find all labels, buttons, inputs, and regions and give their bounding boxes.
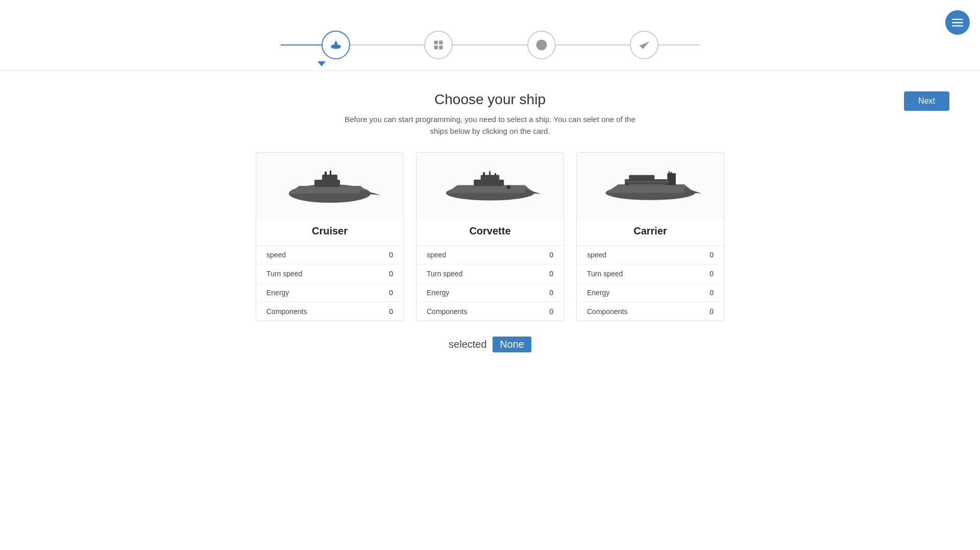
svg-rect-10 — [439, 46, 443, 50]
corvette-turn-label: Turn speed — [427, 270, 462, 278]
carrier-image — [599, 169, 701, 203]
selection-container: selected None — [31, 337, 949, 352]
cruiser-speed-label: speed — [266, 251, 286, 259]
svg-rect-8 — [439, 41, 443, 44]
corvette-stats: speed 0 Turn speed 0 Energy 0 Components… — [416, 245, 564, 321]
cruiser-energy-label: Energy — [266, 289, 289, 297]
svg-marker-30 — [606, 184, 695, 193]
cruiser-energy-row: Energy 0 — [256, 283, 403, 302]
svg-rect-1 — [952, 22, 963, 23]
main-content: Next Choose your ship Before you can sta… — [0, 71, 980, 373]
connector-3 — [556, 44, 630, 45]
check-step-icon — [638, 38, 651, 52]
step-check[interactable] — [630, 31, 658, 59]
cruiser-components-value: 0 — [389, 307, 393, 316]
corvette-name: Corvette — [416, 219, 564, 245]
ship-image-corvette — [416, 153, 564, 219]
selected-label: selected — [449, 339, 487, 350]
carrier-speed-value: 0 — [709, 251, 714, 259]
connector-0 — [281, 44, 322, 45]
corvette-energy-row: Energy 0 — [416, 283, 564, 302]
svg-rect-34 — [669, 171, 670, 175]
next-button[interactable]: Next — [904, 91, 949, 111]
svg-marker-14 — [289, 186, 371, 194]
cruiser-turn-row: Turn speed 0 — [256, 265, 403, 283]
ships-container: Cruiser speed 0 Turn speed 0 Energy 0 Co… — [184, 152, 796, 321]
cruiser-speed-value: 0 — [389, 251, 393, 259]
carrier-turn-label: Turn speed — [587, 270, 623, 278]
svg-rect-35 — [671, 172, 672, 175]
step-info[interactable]: i — [527, 31, 556, 59]
corvette-image — [439, 168, 541, 205]
components-step-icon — [432, 38, 445, 52]
svg-rect-22 — [474, 179, 504, 186]
carrier-speed-label: speed — [587, 251, 606, 259]
cruiser-image — [279, 165, 381, 206]
svg-rect-9 — [434, 46, 438, 50]
corvette-energy-value: 0 — [549, 289, 553, 297]
carrier-stats: speed 0 Turn speed 0 Energy 0 Components… — [577, 245, 724, 321]
corvette-turn-row: Turn speed 0 — [416, 265, 564, 283]
carrier-energy-label: Energy — [587, 289, 609, 297]
cruiser-stats: speed 0 Turn speed 0 Energy 0 Components… — [256, 245, 403, 321]
ship-step-icon — [329, 38, 342, 52]
ship-image-carrier — [577, 153, 724, 219]
connector-end — [658, 44, 699, 45]
svg-rect-26 — [489, 171, 491, 176]
cruiser-speed-row: speed 0 — [256, 246, 403, 265]
carrier-energy-row: Energy 0 — [577, 283, 724, 302]
svg-rect-27 — [495, 173, 496, 176]
cruiser-name: Cruiser — [256, 219, 403, 245]
cruiser-turn-value: 0 — [389, 270, 393, 278]
corvette-speed-label: speed — [427, 251, 446, 259]
cruiser-components-row: Components 0 — [256, 302, 403, 321]
svg-rect-33 — [667, 173, 676, 185]
svg-rect-15 — [314, 180, 340, 187]
carrier-components-label: Components — [587, 307, 627, 316]
stepper: i — [0, 0, 980, 71]
info-step-icon: i — [535, 38, 548, 52]
svg-point-28 — [507, 185, 510, 188]
carrier-components-value: 0 — [709, 307, 714, 316]
selected-value: None — [493, 337, 531, 352]
svg-rect-25 — [483, 172, 485, 176]
corvette-speed-row: speed 0 — [416, 246, 564, 265]
step-components[interactable] — [424, 31, 453, 59]
svg-rect-32 — [629, 175, 654, 180]
ship-image-cruiser — [256, 153, 403, 219]
carrier-energy-value: 0 — [709, 289, 714, 297]
connector-2 — [453, 44, 527, 45]
svg-rect-18 — [325, 172, 327, 176]
step-arrow — [317, 61, 326, 66]
page-title: Choose your ship — [31, 91, 949, 108]
menu-icon — [952, 17, 963, 28]
corvette-components-value: 0 — [549, 307, 553, 316]
corvette-components-label: Components — [427, 307, 467, 316]
svg-rect-0 — [952, 19, 963, 20]
carrier-components-row: Components 0 — [577, 302, 724, 321]
svg-rect-19 — [330, 171, 331, 176]
cruiser-turn-label: Turn speed — [266, 270, 302, 278]
menu-button[interactable] — [945, 10, 970, 35]
carrier-turn-row: Turn speed 0 — [577, 265, 724, 283]
step-ship[interactable] — [322, 31, 350, 59]
svg-text:i: i — [541, 41, 543, 49]
svg-marker-36 — [684, 187, 701, 193]
page-subtitle: Before you can start programming, you ne… — [337, 114, 643, 137]
ship-card-carrier[interactable]: Carrier speed 0 Turn speed 0 Energy 0 Co… — [576, 152, 724, 321]
stepper-row: i — [281, 31, 699, 59]
corvette-energy-label: Energy — [427, 289, 449, 297]
carrier-turn-value: 0 — [709, 270, 714, 278]
connector-1 — [350, 44, 424, 45]
carrier-speed-row: speed 0 — [577, 246, 724, 265]
svg-rect-7 — [434, 41, 438, 44]
ship-card-cruiser[interactable]: Cruiser speed 0 Turn speed 0 Energy 0 Co… — [256, 152, 404, 321]
corvette-components-row: Components 0 — [416, 302, 564, 321]
ship-card-corvette[interactable]: Corvette speed 0 Turn speed 0 Energy 0 C… — [416, 152, 564, 321]
carrier-name: Carrier — [577, 219, 724, 245]
corvette-turn-value: 0 — [549, 270, 553, 278]
svg-rect-2 — [952, 26, 963, 27]
svg-marker-5 — [334, 41, 338, 44]
cruiser-components-label: Components — [266, 307, 307, 316]
corvette-speed-value: 0 — [549, 251, 553, 259]
